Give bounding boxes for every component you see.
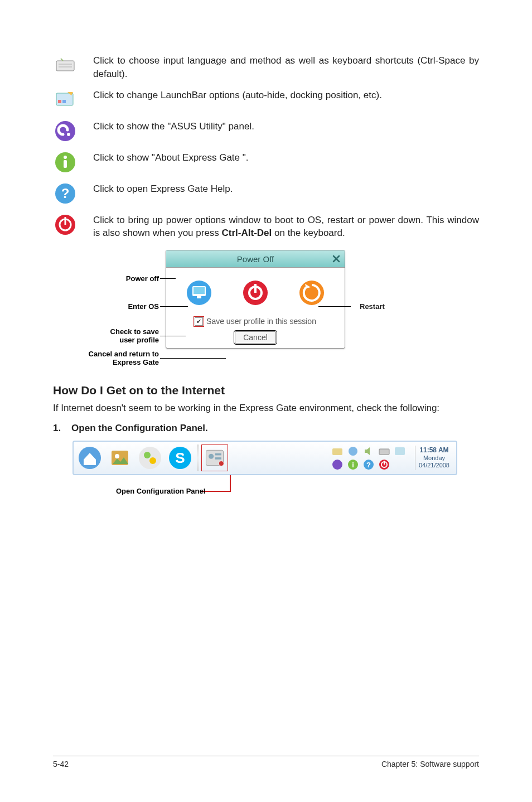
svg-text:i: i [352,461,354,469]
photo-icon[interactable] [107,445,133,471]
svg-rect-40 [395,447,405,455]
poweroff-titlebar: Power Off [166,250,345,268]
svg-rect-5 [62,100,66,103]
svg-rect-3 [56,93,73,105]
svg-point-41 [332,460,342,470]
desc-power: Click to bring up power options window t… [93,212,479,240]
save-profile-checkbox[interactable]: ✔ [195,317,203,326]
home-icon[interactable] [77,445,103,471]
tray-power-icon[interactable] [378,458,390,471]
svg-point-28 [144,452,151,458]
close-icon[interactable] [331,254,341,264]
about-icon [53,150,78,175]
footer-right: Chapter 5: Software support [381,760,479,769]
tray-network-icon[interactable] [347,445,359,457]
svg-text:?: ? [61,186,70,201]
desc-asus: Click to show the "ASUS Utility" panel. [93,119,479,133]
svg-point-7 [67,133,70,136]
svg-rect-18 [194,287,205,294]
svg-rect-37 [332,448,342,455]
poweroff-dialog: Power Off ✔ [166,250,345,349]
svg-point-26 [115,454,119,458]
label-check-l1: Check to save [110,327,159,336]
chat-icon[interactable] [137,445,163,471]
tray-launchbar-icon[interactable] [394,445,406,457]
tray-asus-icon[interactable] [331,458,344,471]
save-profile-label: Save user profile in this session [206,317,316,326]
tray-keyboard-icon[interactable] [378,445,390,457]
svg-text:S: S [175,450,185,466]
svg-point-36 [219,461,224,466]
svg-rect-39 [379,449,389,455]
label-restart: Restart [360,302,385,311]
svg-text:?: ? [366,461,371,469]
keyboard-icon [53,53,78,78]
launchbar-caption: Open Configuration Panel [116,487,205,495]
tray-about-icon[interactable]: i [347,458,359,471]
tray-help-icon[interactable]: ? [362,458,375,471]
heading-internet: How Do I Get on to the Internet [53,384,479,397]
step-1: 1. Open the Configuration Panel. [53,423,479,434]
svg-rect-10 [64,160,67,168]
label-enteros: Enter OS [128,302,159,311]
enter-os-button[interactable] [182,276,216,310]
launchbar: S i ? [72,441,457,475]
tray-volume-icon[interactable] [362,445,375,457]
cancel-button[interactable]: Cancel [235,331,276,344]
desc-launchbar: Click to change LaunchBar options (auto-… [93,88,479,102]
restart-button[interactable] [294,276,329,310]
label-poweroff: Power off [126,274,159,283]
config-panel-icon[interactable] [203,446,226,470]
poweroff-button[interactable] [238,276,273,310]
svg-rect-0 [56,61,74,71]
label-cancel-l2: Express Gate [113,358,159,366]
footer-left: 5-42 [53,760,69,769]
launchbar-options-icon [53,88,78,112]
asus-utility-icon [53,119,78,143]
svg-point-38 [349,447,357,456]
svg-point-27 [139,447,161,469]
label-cancel-l1: Cancel and return to [89,350,159,358]
desc-about: Click to show "About Express Gate ". [93,150,479,165]
svg-point-9 [64,156,67,159]
clock: 11:58 AM Monday 04/21/2008 [415,446,453,470]
tray-folder-icon[interactable] [331,445,344,457]
svg-point-29 [149,457,156,464]
body-internet: If Internet doesn't seem to be working i… [53,402,479,415]
svg-rect-34 [215,453,221,456]
desc-keyboard: Click to choose input language and metho… [93,53,479,81]
desc-help: Click to open Express Gate Help. [93,181,479,196]
svg-rect-35 [215,457,221,460]
help-icon: ? [53,181,78,206]
power-icon [53,212,78,237]
label-check-l2: user profile [119,336,159,344]
svg-rect-19 [197,296,201,298]
svg-rect-4 [58,100,61,103]
skype-icon[interactable]: S [167,445,193,471]
svg-point-33 [209,454,214,459]
